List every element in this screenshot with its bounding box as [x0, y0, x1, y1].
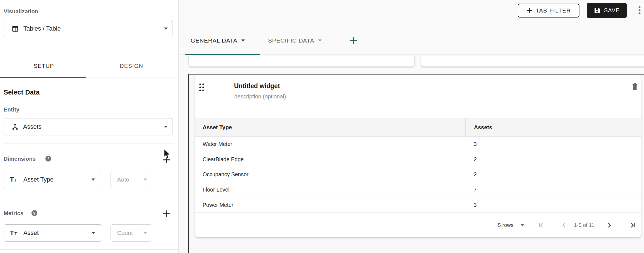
- table-row[interactable]: Power Meter3: [195, 197, 641, 213]
- add-dimension-button[interactable]: [163, 156, 171, 164]
- assets-count-cell: 7: [465, 187, 641, 193]
- add-metric-button[interactable]: [163, 210, 171, 218]
- dimensions-help-icon[interactable]: ?: [45, 156, 51, 162]
- widget-table: Asset Type Assets Water Meter3ClearBlade…: [195, 118, 641, 213]
- setup-tab-active-indicator: [0, 77, 86, 78]
- sidebar-tab-bar: SETUP DESIGN: [0, 59, 175, 77]
- peek-widget-card[interactable]: [188, 56, 415, 67]
- metric-aggregate-select[interactable]: Count: [110, 224, 152, 242]
- chevron-down-icon: [92, 178, 95, 181]
- table-pagination: 5 rows 1-5 of 11: [195, 213, 641, 237]
- assets-count-cell: 3: [465, 202, 641, 208]
- asset-type-cell: Water Meter: [195, 141, 465, 147]
- save-icon: [594, 7, 601, 14]
- visualization-select[interactable]: Tables / Table: [4, 20, 173, 37]
- rows-per-page-caret-icon[interactable]: [520, 213, 524, 237]
- first-page-button[interactable]: [538, 213, 545, 237]
- device-hub-icon: [11, 123, 19, 130]
- dashboard-builder: Visualization Tables / Table SETUP DESIG…: [0, 0, 644, 253]
- svg-text:T: T: [14, 231, 17, 236]
- entity-select[interactable]: Assets: [4, 118, 173, 135]
- assets-count-cell: 2: [465, 156, 641, 163]
- section-divider: [4, 143, 174, 143]
- asset-type-cell: Floor Level: [195, 187, 465, 193]
- table-row[interactable]: Water Meter3: [195, 137, 641, 152]
- previous-page-button[interactable]: [561, 213, 568, 237]
- svg-text:T: T: [10, 176, 14, 183]
- tab-design[interactable]: DESIGN: [88, 59, 175, 77]
- save-button[interactable]: SAVE: [587, 3, 627, 18]
- asset-type-cell: Occupancy Sensor: [195, 171, 465, 178]
- general-data-label: GENERAL DATA: [191, 37, 237, 44]
- tab-general-data[interactable]: GENERAL DATA: [191, 37, 245, 44]
- dimensions-label: Dimensions: [4, 156, 36, 162]
- table-body: Water Meter3ClearBlade Edge2Occupancy Se…: [195, 137, 641, 213]
- table-header-row: Asset Type Assets: [195, 118, 641, 137]
- visualization-label: Visualization: [4, 8, 38, 15]
- asset-type-cell: ClearBlade Edge: [195, 156, 465, 163]
- svg-text:T: T: [10, 230, 14, 236]
- asset-type-cell: Power Meter: [195, 202, 465, 208]
- last-page-button[interactable]: [629, 213, 636, 237]
- entity-label: Entity: [4, 106, 19, 113]
- settings-sidebar: Visualization Tables / Table SETUP DESIG…: [0, 0, 179, 253]
- metrics-help-icon[interactable]: ?: [31, 210, 37, 216]
- specific-data-label: SPECIFIC DATA: [268, 37, 314, 44]
- page-range-label: 1-5 of 11: [574, 213, 594, 237]
- metric-field-value: Asset: [23, 229, 39, 237]
- select-data-title: Select Data: [4, 88, 40, 96]
- plus-icon: [526, 8, 532, 14]
- svg-text:T: T: [14, 178, 17, 182]
- text-fields-icon: T T: [10, 176, 19, 183]
- chevron-down-icon: [164, 126, 168, 128]
- section-divider: [0, 249, 179, 250]
- widget-description-input[interactable]: [234, 93, 412, 100]
- section-divider: [4, 202, 174, 202]
- chevron-down-icon: [144, 178, 147, 181]
- widget-title-input[interactable]: [234, 82, 412, 90]
- rows-per-page-select[interactable]: 5 rows: [498, 213, 513, 237]
- chevron-down-icon: [144, 232, 147, 234]
- column-header-assets[interactable]: Assets: [465, 118, 641, 137]
- tab-setup[interactable]: SETUP: [0, 59, 88, 77]
- kebab-menu-icon[interactable]: [638, 6, 641, 15]
- save-label: SAVE: [604, 7, 620, 14]
- table-row[interactable]: Floor Level7: [195, 182, 641, 198]
- widget-card: Asset Type Assets Water Meter3ClearBlade…: [195, 75, 641, 237]
- table-icon: [11, 25, 19, 33]
- tab-specific-data[interactable]: SPECIFIC DATA: [268, 37, 322, 44]
- peek-widget-card[interactable]: [421, 56, 644, 67]
- visualization-value: Tables / Table: [23, 25, 61, 32]
- metrics-label: Metrics: [4, 210, 23, 217]
- drag-handle[interactable]: [199, 83, 204, 91]
- rows-per-page-value: 5 rows: [498, 222, 513, 228]
- assets-count-cell: 3: [465, 141, 641, 147]
- tab-filter-button[interactable]: TAB FILTER: [518, 4, 579, 18]
- chevron-down-icon: [318, 39, 322, 42]
- chevron-down-icon: [92, 232, 95, 234]
- add-data-tab-button[interactable]: [350, 37, 357, 44]
- tab-filter-label: TAB FILTER: [536, 8, 571, 14]
- entity-value: Assets: [23, 123, 41, 130]
- text-fields-icon: T T: [10, 230, 19, 236]
- metric-field-select[interactable]: T T Asset: [4, 224, 102, 242]
- delete-widget-icon[interactable]: [631, 83, 638, 91]
- general-data-active-indicator: [185, 54, 260, 55]
- dimension-bucket-select[interactable]: Auto: [110, 171, 152, 188]
- dimension-field-select[interactable]: T T Asset Type: [4, 171, 102, 188]
- chevron-down-icon: [164, 28, 168, 30]
- metric-aggregate-value: Count: [117, 230, 133, 236]
- dimension-bucket-value: Auto: [117, 176, 129, 183]
- chevron-down-icon: [241, 39, 245, 42]
- assets-count-cell: 2: [465, 171, 641, 178]
- column-header-asset-type[interactable]: Asset Type: [195, 124, 465, 131]
- next-page-button[interactable]: [606, 213, 613, 237]
- table-row[interactable]: ClearBlade Edge2: [195, 152, 641, 167]
- table-row[interactable]: Occupancy Sensor2: [195, 167, 641, 182]
- dimension-field-value: Asset Type: [23, 176, 53, 183]
